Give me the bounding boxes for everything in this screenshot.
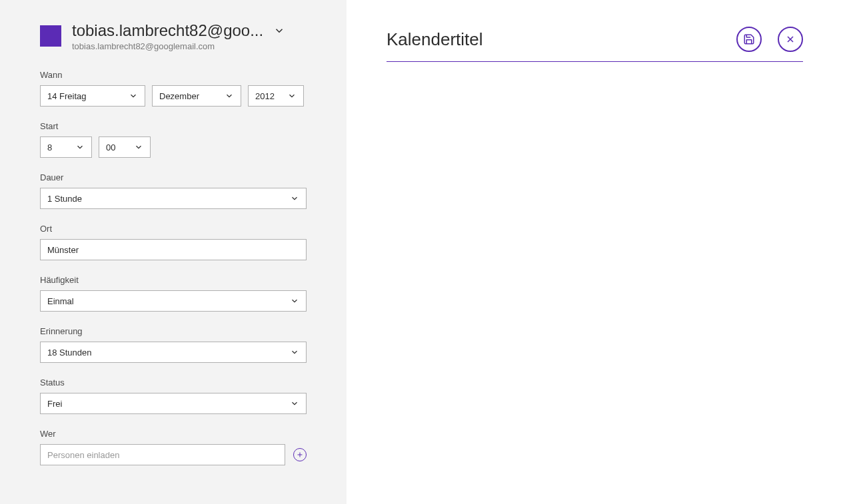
status-value: Frei bbox=[47, 399, 62, 409]
status-select[interactable]: Frei bbox=[40, 393, 307, 414]
duration-value: 1 Stunde bbox=[47, 194, 82, 204]
location-input[interactable] bbox=[40, 239, 307, 260]
title-underline bbox=[387, 61, 803, 62]
day-select[interactable]: 14 Freitag bbox=[40, 85, 145, 107]
hour-select[interactable]: 8 bbox=[40, 136, 92, 158]
reminder-select[interactable]: 18 Stunden bbox=[40, 342, 307, 363]
event-title-field[interactable]: Kalendertitel bbox=[387, 29, 483, 50]
calendar-color-swatch bbox=[40, 25, 61, 47]
cancel-button[interactable] bbox=[778, 27, 803, 52]
invite-input[interactable] bbox=[40, 444, 285, 465]
year-select[interactable]: 2012 bbox=[248, 85, 304, 107]
frequency-select[interactable]: Einmal bbox=[40, 290, 307, 312]
save-icon bbox=[743, 33, 755, 45]
account-chevron-icon[interactable] bbox=[273, 25, 285, 37]
label-reminder: Erinnerung bbox=[40, 326, 307, 336]
event-form-panel: tobias.lambrecht82@goo... tobias.lambrec… bbox=[0, 0, 347, 504]
year-value: 2012 bbox=[255, 91, 275, 101]
minute-value: 00 bbox=[106, 142, 115, 152]
close-icon bbox=[785, 34, 796, 45]
account-display-name: tobias.lambrecht82@goo... bbox=[72, 21, 263, 40]
label-start: Start bbox=[40, 121, 307, 131]
event-content-panel: Kalendertitel bbox=[347, 0, 843, 504]
account-header: tobias.lambrecht82@goo... tobias.lambrec… bbox=[40, 21, 307, 51]
reminder-value: 18 Stunden bbox=[47, 348, 92, 358]
duration-select[interactable]: 1 Stunde bbox=[40, 188, 307, 209]
month-select[interactable]: Dezember bbox=[152, 85, 241, 107]
label-who: Wer bbox=[40, 429, 307, 439]
label-location: Ort bbox=[40, 224, 307, 234]
label-frequency: Häufigkeit bbox=[40, 275, 307, 285]
plus-icon bbox=[296, 451, 304, 459]
label-duration: Dauer bbox=[40, 172, 307, 182]
hour-value: 8 bbox=[47, 142, 52, 152]
label-status: Status bbox=[40, 378, 307, 387]
day-value: 14 Freitag bbox=[47, 91, 87, 101]
save-button[interactable] bbox=[736, 27, 762, 52]
minute-select[interactable]: 00 bbox=[99, 136, 151, 158]
add-person-button[interactable] bbox=[293, 448, 307, 461]
month-value: Dezember bbox=[159, 91, 199, 101]
frequency-value: Einmal bbox=[47, 296, 74, 306]
label-when: Wann bbox=[40, 70, 307, 80]
account-email: tobias.lambrecht82@googlemail.com bbox=[72, 41, 307, 51]
